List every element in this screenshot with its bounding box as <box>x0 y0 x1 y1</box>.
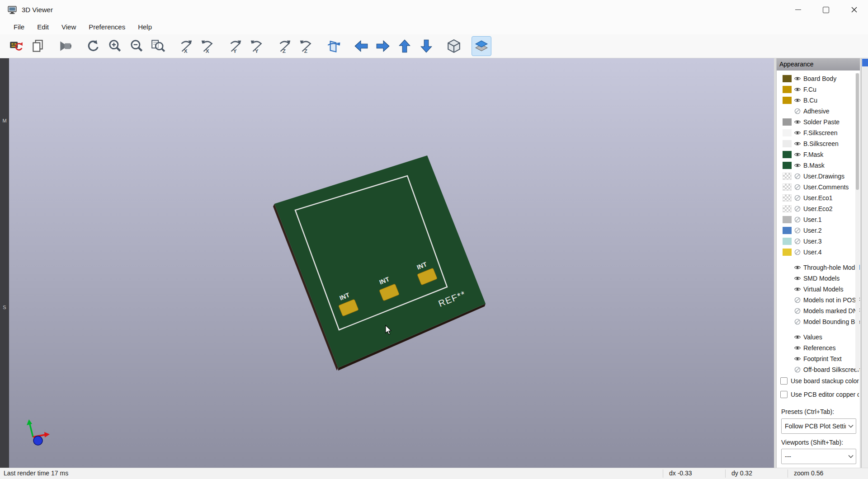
checkbox-pcb-copper[interactable] <box>780 391 788 398</box>
flip-board-button[interactable] <box>324 36 344 56</box>
rotate-z-counterclockwise-button[interactable]: Z <box>296 36 316 56</box>
layer-row-user-drawings[interactable]: User.Drawings <box>777 171 860 182</box>
rotate-x-clockwise-button[interactable]: X <box>176 36 196 56</box>
layer-color-swatch[interactable] <box>783 216 792 223</box>
appearance-manager-button[interactable] <box>472 36 491 56</box>
layer-row-footprint-text[interactable]: Footprint Text <box>777 353 860 364</box>
pcb-board[interactable] <box>274 155 486 368</box>
copy-image-button[interactable] <box>28 36 48 56</box>
move-left-button[interactable] <box>351 36 371 56</box>
menu-preferences[interactable]: Preferences <box>82 19 132 34</box>
layer-color-swatch[interactable] <box>783 249 792 256</box>
layer-row-solder-paste[interactable]: Solder Paste <box>777 117 860 127</box>
move-up-button[interactable] <box>395 36 415 56</box>
option-board-stackup[interactable]: Use board stackup colors <box>780 376 859 386</box>
layer-row-b-mask[interactable]: B.Mask <box>777 160 860 171</box>
visibility-on-icon[interactable] <box>794 140 801 147</box>
visibility-off-icon[interactable] <box>794 249 801 256</box>
move-right-button[interactable] <box>373 36 393 56</box>
menu-file[interactable]: File <box>7 19 31 34</box>
visibility-off-icon[interactable] <box>794 307 801 315</box>
layer-row-off-board-silkscreen[interactable]: Off-board Silkscreen <box>777 364 860 373</box>
visibility-on-icon[interactable] <box>794 129 801 136</box>
rotate-y-counterclockwise-button[interactable]: Y <box>247 36 267 56</box>
layer-color-swatch[interactable] <box>783 86 792 93</box>
layer-row-user-comments[interactable]: User.Comments <box>777 182 860 193</box>
viewports-dropdown[interactable]: --- <box>781 449 856 464</box>
layer-color-swatch[interactable] <box>783 173 792 180</box>
visibility-on-icon[interactable] <box>794 286 801 293</box>
layer-row-user-3[interactable]: User.3 <box>777 236 860 247</box>
orthographic-projection-button[interactable] <box>444 36 464 56</box>
visibility-off-icon[interactable] <box>794 238 801 245</box>
zoom-out-button[interactable] <box>127 36 146 56</box>
visibility-on-icon[interactable] <box>794 86 801 93</box>
move-down-button[interactable] <box>416 36 436 56</box>
visibility-off-icon[interactable] <box>794 183 801 191</box>
close-button[interactable] <box>840 0 868 19</box>
render-options-button[interactable] <box>56 36 75 56</box>
layer-color-swatch[interactable] <box>783 194 792 202</box>
menu-help[interactable]: Help <box>132 19 158 34</box>
layer-row-b-silkscreen[interactable]: B.Silkscreen <box>777 138 860 149</box>
layer-row-through-hole-models[interactable]: Through-hole Models <box>777 262 860 273</box>
visibility-off-icon[interactable] <box>794 108 801 115</box>
visibility-on-icon[interactable] <box>794 344 801 352</box>
visibility-on-icon[interactable] <box>794 264 801 271</box>
visibility-on-icon[interactable] <box>794 162 801 169</box>
layers-scrollbar[interactable] <box>855 73 859 371</box>
visibility-on-icon[interactable] <box>794 355 801 362</box>
layer-row-models-not-in-pos-file[interactable]: Models not in POS File <box>777 295 860 305</box>
rotate-x-counterclockwise-button[interactable]: X <box>198 36 217 56</box>
layer-row-user-1[interactable]: User.1 <box>777 214 860 225</box>
layer-row-model-bounding-boxes[interactable]: Model Bounding Boxes <box>777 316 860 327</box>
checkbox-board-stackup[interactable] <box>780 377 788 385</box>
visibility-off-icon[interactable] <box>794 227 801 234</box>
layer-color-swatch[interactable] <box>783 205 792 212</box>
layer-row-adhesive[interactable]: Adhesive <box>777 106 860 117</box>
layer-row-smd-models[interactable]: SMD Models <box>777 273 860 284</box>
layer-color-swatch[interactable] <box>783 140 792 147</box>
visibility-on-icon[interactable] <box>794 75 801 82</box>
visibility-on-icon[interactable] <box>794 118 801 126</box>
layer-color-swatch[interactable] <box>783 75 792 82</box>
layer-row-user-2[interactable]: User.2 <box>777 225 860 236</box>
layer-row-user-4[interactable]: User.4 <box>777 247 860 258</box>
layer-row-user-eco1[interactable]: User.Eco1 <box>777 193 860 203</box>
visibility-on-icon[interactable] <box>794 275 801 282</box>
visibility-off-icon[interactable] <box>794 366 801 373</box>
zoom-in-button[interactable] <box>105 36 125 56</box>
layer-color-swatch[interactable] <box>783 162 792 169</box>
layer-color-swatch[interactable] <box>783 183 792 191</box>
minimize-button[interactable] <box>784 0 812 19</box>
visibility-off-icon[interactable] <box>794 216 801 223</box>
redraw-button[interactable] <box>83 36 103 56</box>
visibility-on-icon[interactable] <box>794 151 801 158</box>
visibility-off-icon[interactable] <box>794 318 801 325</box>
zoom-to-fit-button[interactable] <box>148 36 168 56</box>
layer-row-values[interactable]: Values <box>777 332 860 343</box>
layer-color-swatch[interactable] <box>783 151 792 158</box>
layer-color-swatch[interactable] <box>783 227 792 234</box>
menu-view[interactable]: View <box>55 19 82 34</box>
visibility-off-icon[interactable] <box>794 194 801 202</box>
visibility-off-icon[interactable] <box>794 296 801 304</box>
layer-row-b-cu[interactable]: B.Cu <box>777 95 860 106</box>
scrollbar-thumb[interactable] <box>856 73 859 190</box>
visibility-on-icon[interactable] <box>794 333 801 341</box>
layer-row-f-mask[interactable]: F.Mask <box>777 149 860 160</box>
maximize-button[interactable] <box>812 0 840 19</box>
visibility-off-icon[interactable] <box>794 205 801 212</box>
visibility-on-icon[interactable] <box>794 97 801 104</box>
layer-color-swatch[interactable] <box>783 129 792 136</box>
layer-color-swatch[interactable] <box>783 97 792 104</box>
rotate-z-clockwise-button[interactable]: Z <box>274 36 294 56</box>
layer-color-swatch[interactable] <box>783 238 792 245</box>
layer-row-virtual-models[interactable]: Virtual Models <box>777 284 860 295</box>
layer-row-f-cu[interactable]: F.Cu <box>777 84 860 95</box>
menu-edit[interactable]: Edit <box>31 19 55 34</box>
reload-board-button[interactable] <box>6 36 26 56</box>
layer-color-swatch[interactable] <box>783 118 792 126</box>
visibility-off-icon[interactable] <box>794 173 801 180</box>
layer-color-swatch[interactable] <box>783 108 792 115</box>
